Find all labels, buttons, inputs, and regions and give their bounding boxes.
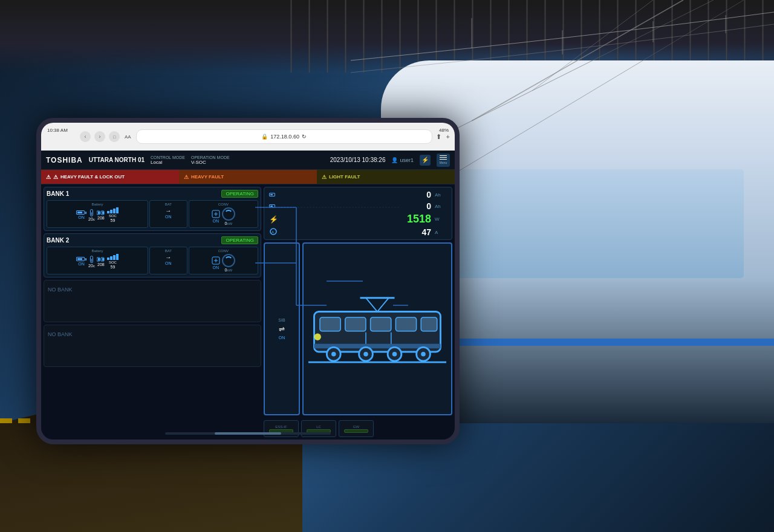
scrollbar[interactable] xyxy=(165,432,331,435)
metric-row-2: 0 Ah xyxy=(269,201,447,211)
back-button[interactable]: ‹ xyxy=(80,131,91,142)
svg-rect-54 xyxy=(371,317,391,331)
bank1-conv-icon-item: ON xyxy=(212,210,220,223)
svg-rect-0 xyxy=(290,0,292,73)
bank1-battery-icon-item: ON xyxy=(76,210,86,219)
operation-mode-label: OPERATION MODE xyxy=(191,155,230,160)
heavy-fault: ⚠ HEAVY FAULT xyxy=(179,170,317,184)
bank2-conv-label: CONV xyxy=(218,249,229,253)
soc-bars xyxy=(107,207,119,213)
bank1-battery-on: ON xyxy=(78,215,85,219)
metrics-panel: 0 Ah 0 Ah ⚡ 1518 W xyxy=(264,187,452,240)
add-tab-icon[interactable]: + xyxy=(446,133,450,141)
tram-display xyxy=(302,242,452,415)
browser-time: 10:38 AM xyxy=(47,128,68,133)
bank2-battery: Battery ON xyxy=(47,247,148,274)
power-metric-icon: ⚡ xyxy=(269,215,278,224)
bank2-voltage-item: 208 xyxy=(97,257,105,267)
share-icon[interactable]: ⬆ xyxy=(436,133,441,141)
metric-unit-3: W xyxy=(435,216,447,222)
metric-row-1: 0 Ah xyxy=(269,190,447,199)
svg-line-30 xyxy=(532,0,653,91)
forward-button[interactable]: › xyxy=(94,131,105,142)
sib-tram-row: SIB ⇌ ON xyxy=(264,242,452,415)
bank2-temp-value: 20c xyxy=(88,264,95,268)
bank1-soc-item: SOC 59 xyxy=(107,207,119,222)
bank2-soc-label: SOC xyxy=(109,261,117,264)
current-metric-icon: A xyxy=(269,228,278,236)
kw-unit-2: kW xyxy=(227,268,232,272)
converter-icon-2 xyxy=(212,256,220,265)
browser-toolbar: ⬆ + xyxy=(436,133,450,141)
warning-icon-1: ⚠ xyxy=(46,174,51,180)
location-label: UTTARA NORTH 01 xyxy=(89,157,145,163)
gauge-display xyxy=(222,207,235,221)
gw-bar xyxy=(344,429,368,433)
battery-metric-icon xyxy=(269,193,278,196)
aa-label: AA xyxy=(123,134,132,140)
light-fault-text: LIGHT FAULT xyxy=(329,174,360,180)
ess-if-label: ESS-IF xyxy=(275,425,287,429)
metric-unit-4: A xyxy=(435,230,447,235)
bank2-instruments: Battery ON xyxy=(47,247,258,274)
arrow-icon: → xyxy=(165,207,171,214)
svg-rect-53 xyxy=(345,317,366,331)
bank2-title: BANK 2 xyxy=(47,237,69,244)
metric-value-1: 0 xyxy=(281,190,431,199)
tablet-device: 10:38 AM ‹ › □ AA 🔒 172.18.0.60 ↻ ⬆ + 48… xyxy=(36,118,460,444)
bank2-battery-on: ON xyxy=(78,262,85,266)
bank2-conv-value: 0kW xyxy=(225,268,233,272)
sib-box: SIB ⇌ ON xyxy=(264,242,300,415)
bank1-bat: BAT → ON xyxy=(149,200,187,228)
light-fault: ⚠ LIGHT FAULT xyxy=(317,170,455,184)
svg-point-72 xyxy=(314,334,321,340)
bank1-conv-label: CONV xyxy=(218,203,229,206)
bank2-conv-gauge: 0kW xyxy=(222,254,235,272)
svg-rect-1 xyxy=(308,0,310,73)
app-container: TOSHIBA UTTARA NORTH 01 CONTROL MODE Loc… xyxy=(41,151,455,440)
sib-on-status: ON xyxy=(279,336,285,340)
url-bar[interactable]: 🔒 172.18.0.60 ↻ xyxy=(136,129,432,144)
metric-row-4: A 47 A xyxy=(269,227,447,237)
svg-rect-45 xyxy=(102,258,104,261)
operation-mode: OPERATION MODE V-SOC xyxy=(191,155,230,165)
app-header: TOSHIBA UTTARA NORTH 01 CONTROL MODE Loc… xyxy=(41,151,455,170)
menu-button[interactable]: Menu xyxy=(437,154,450,167)
bank1-instruments: Battery ON xyxy=(47,200,258,228)
voltage-icon-2 xyxy=(97,257,105,262)
bank2-conv-on: ON xyxy=(213,265,220,270)
bank2-bat-arrow: → ON xyxy=(165,254,172,265)
settings-icon[interactable]: ⚡ xyxy=(420,155,431,166)
svg-point-63 xyxy=(363,352,368,357)
control-mode: CONTROL MODE Local xyxy=(151,155,185,165)
soc-bars-2 xyxy=(107,254,119,260)
bank1-battery: Battery ON xyxy=(47,200,148,228)
svg-line-29 xyxy=(472,0,683,121)
heavy-fault-text: HEAVY FAULT xyxy=(191,174,224,180)
svg-point-61 xyxy=(331,352,336,357)
svg-rect-55 xyxy=(395,317,416,331)
bookmark-button[interactable]: □ xyxy=(109,131,120,142)
bank2-voltage: 208 xyxy=(97,262,105,267)
svg-rect-38 xyxy=(102,212,104,214)
reload-icon[interactable]: ↻ xyxy=(302,134,307,140)
metric-value-4: 47 xyxy=(281,227,431,237)
datetime-display: 2023/10/13 10:38:26 xyxy=(330,157,386,163)
bank2-battery-label: Battery xyxy=(91,249,103,253)
bank2-conv-icon-item: ON xyxy=(212,256,220,270)
svg-rect-37 xyxy=(98,212,100,214)
temp-unit: c xyxy=(93,218,95,221)
bank1-temp-value: 20c xyxy=(88,217,95,221)
bank1-temp-item: 20c xyxy=(88,209,95,221)
bank2-temp-item: 20c xyxy=(88,256,95,268)
bank1-panel: BANK 1 OPERATING Battery xyxy=(44,187,261,231)
warning-icon-2: ⚠ xyxy=(53,174,58,180)
bank3-label: NO BANK xyxy=(47,285,74,294)
bank2-status: OPERATING xyxy=(221,236,258,244)
bank2-header: BANK 2 OPERATING xyxy=(47,236,258,244)
metric-value-2: 0 xyxy=(281,201,431,211)
bank1-voltage: 208 xyxy=(97,216,105,220)
browser-bar: 10:38 AM ‹ › □ AA 🔒 172.18.0.60 ↻ ⬆ + 48… xyxy=(41,123,455,151)
battery-indicator: 48% xyxy=(439,128,449,133)
thermometer-icon-2 xyxy=(90,256,93,263)
